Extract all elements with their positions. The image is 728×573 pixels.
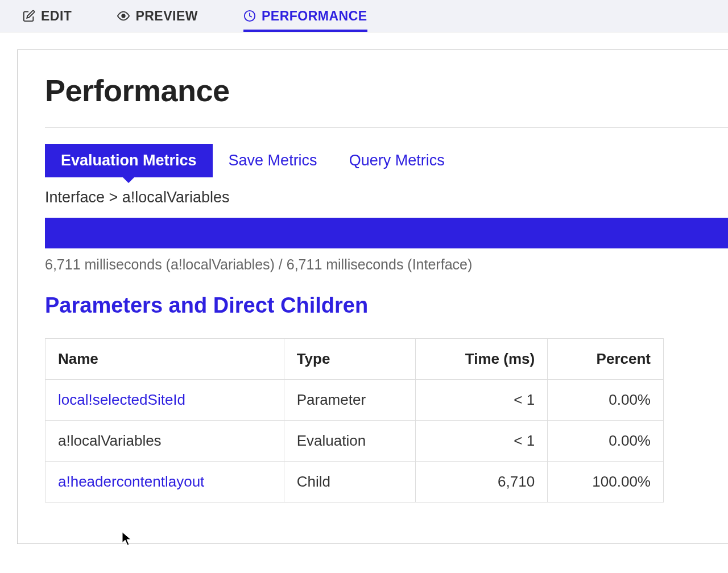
th-type[interactable]: Type xyxy=(284,339,416,380)
progress-bar xyxy=(45,218,728,248)
row-percent: 100.00% xyxy=(548,462,664,503)
children-table: Name Type Time (ms) Percent local!select… xyxy=(45,338,664,503)
th-time[interactable]: Time (ms) xyxy=(416,339,548,380)
row-name-link[interactable]: local!selectedSiteId xyxy=(58,391,185,408)
gauge-icon xyxy=(243,10,256,22)
tab-performance[interactable]: PERFORMANCE xyxy=(243,0,367,32)
metric-tabs: Evaluation Metrics Save Metrics Query Me… xyxy=(45,144,728,177)
tab-edit-label: EDIT xyxy=(41,9,72,24)
row-type: Evaluation xyxy=(284,421,416,462)
table-row: a!localVariables Evaluation < 1 0.00% xyxy=(46,421,664,462)
metric-tab-evaluation[interactable]: Evaluation Metrics xyxy=(45,144,213,177)
tab-preview-label: PREVIEW xyxy=(135,9,198,24)
metric-tab-query[interactable]: Query Metrics xyxy=(333,144,461,177)
row-time: 6,710 xyxy=(416,462,548,503)
edit-icon xyxy=(23,10,35,22)
svg-point-0 xyxy=(122,14,126,18)
eye-icon xyxy=(117,10,130,22)
section-title: Parameters and Direct Children xyxy=(45,293,728,318)
row-name: a!localVariables xyxy=(46,421,284,462)
metric-tab-save[interactable]: Save Metrics xyxy=(213,144,333,177)
row-time: < 1 xyxy=(416,380,548,421)
row-type: Parameter xyxy=(284,380,416,421)
top-tab-bar: EDIT PREVIEW PERFORMANCE xyxy=(0,0,728,32)
row-time: < 1 xyxy=(416,421,548,462)
breadcrumb: Interface > a!localVariables xyxy=(45,189,728,206)
tab-performance-label: PERFORMANCE xyxy=(262,9,367,24)
row-percent: 0.00% xyxy=(548,421,664,462)
table-row: local!selectedSiteId Parameter < 1 0.00% xyxy=(46,380,664,421)
progress-text: 6,711 milliseconds (a!localVariables) / … xyxy=(45,256,728,273)
tab-preview[interactable]: PREVIEW xyxy=(117,0,198,32)
performance-panel: Performance Evaluation Metrics Save Metr… xyxy=(17,49,728,544)
row-name-link[interactable]: a!headercontentlayout xyxy=(58,473,204,490)
table-row: a!headercontentlayout Child 6,710 100.00… xyxy=(46,462,664,503)
row-percent: 0.00% xyxy=(548,380,664,421)
th-percent[interactable]: Percent xyxy=(548,339,664,380)
divider xyxy=(45,127,728,128)
page-title: Performance xyxy=(45,73,728,108)
tab-edit[interactable]: EDIT xyxy=(23,0,72,32)
row-type: Child xyxy=(284,462,416,503)
th-name[interactable]: Name xyxy=(46,339,284,380)
